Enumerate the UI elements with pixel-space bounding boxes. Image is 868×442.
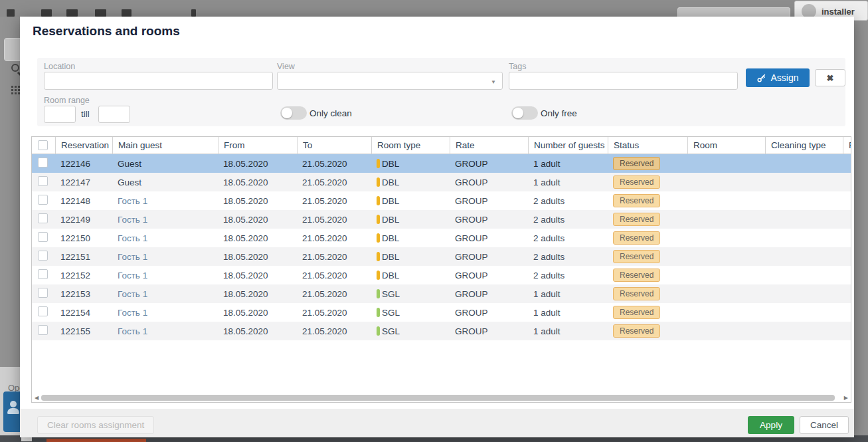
room-type-label: SGL — [382, 289, 400, 299]
table-row[interactable]: 122147Guest18.05.202021.05.2020DBLGROUP1… — [32, 173, 851, 191]
main-guest[interactable]: Гость 1 — [112, 326, 218, 336]
main-guest[interactable]: Гость 1 — [112, 271, 218, 280]
table-row[interactable]: 122152Гость 118.05.202021.05.2020DBLGROU… — [32, 266, 851, 284]
reservations-table: ReservationMain guestFromToRoom typeRate… — [31, 136, 851, 403]
date-to: 21.05.2020 — [297, 289, 371, 299]
status-badge: Reserved — [613, 287, 660, 300]
main-guest[interactable]: Гость 1 — [112, 233, 218, 243]
close-dialog-button[interactable]: ✖ — [815, 69, 845, 86]
date-to: 21.05.2020 — [297, 271, 371, 280]
room-type-marker — [377, 196, 380, 205]
row-checkbox[interactable] — [38, 158, 48, 167]
row-checkbox[interactable] — [38, 213, 48, 223]
column-header[interactable]: Main guest — [112, 137, 218, 154]
column-header[interactable]: Rate — [450, 137, 528, 154]
select-all-checkbox[interactable] — [38, 140, 48, 150]
room-type-marker — [377, 289, 380, 298]
location-input[interactable] — [44, 72, 273, 90]
status: Reserved — [608, 287, 687, 300]
number-of-guests: 1 adult — [528, 159, 608, 169]
background-menu-fragment — [66, 9, 78, 17]
rate: GROUP — [450, 196, 528, 206]
row-checkbox[interactable] — [38, 325, 48, 335]
reservation-number: 122146 — [55, 159, 112, 169]
filter-panel: Location View ▼ Tags Assign ✖ Room range… — [37, 58, 845, 126]
table-row[interactable]: 122150Гость 118.05.202021.05.2020DBLGROU… — [32, 229, 851, 247]
table-row[interactable]: 122149Гость 118.05.202021.05.2020DBLGROU… — [32, 210, 851, 229]
room-type-label: DBL — [382, 233, 399, 243]
date-from: 18.05.2020 — [218, 326, 297, 336]
main-guest[interactable]: Гость 1 — [112, 252, 218, 262]
table-row[interactable]: 122146Guest18.05.202021.05.2020DBLGROUP1… — [32, 154, 851, 173]
only-clean-toggle[interactable] — [280, 106, 307, 120]
row-checkbox[interactable] — [38, 288, 48, 298]
tags-input[interactable] — [509, 72, 738, 90]
reservation-number: 122154 — [55, 308, 112, 318]
room-range-till-input[interactable] — [98, 106, 130, 123]
main-guest[interactable]: Гость 1 — [112, 289, 218, 299]
close-icon: ✖ — [827, 73, 834, 83]
date-to: 21.05.2020 — [297, 196, 371, 206]
status: Reserved — [608, 269, 687, 282]
status: Reserved — [608, 213, 687, 226]
scroll-left-arrow[interactable]: ◀ — [35, 395, 39, 401]
room-range-from-input[interactable] — [44, 106, 76, 123]
row-checkbox[interactable] — [38, 269, 48, 279]
date-to: 21.05.2020 — [297, 233, 371, 243]
room-type: DBL — [371, 215, 450, 225]
only-free-toggle[interactable] — [511, 106, 538, 120]
column-header[interactable]: Room type — [371, 137, 450, 154]
room-range-label: Room range — [44, 96, 90, 105]
assign-button[interactable]: Assign — [746, 68, 810, 87]
table-row[interactable]: 122154Гость 118.05.202021.05.2020SGLGROU… — [32, 303, 851, 322]
reservation-number: 122151 — [55, 252, 112, 262]
column-header[interactable]: Ro — [843, 137, 851, 154]
table-row[interactable]: 122148Гость 118.05.202021.05.2020DBLGROU… — [32, 191, 851, 210]
location-label: Location — [44, 62, 75, 71]
rate: GROUP — [450, 215, 528, 225]
main-guest[interactable]: Гость 1 — [112, 215, 218, 225]
date-to: 21.05.2020 — [297, 159, 371, 169]
room-type-marker — [377, 252, 380, 261]
clear-rooms-assignment-button[interactable]: Clear rooms assignment — [37, 416, 154, 434]
room-type: SGL — [371, 289, 450, 299]
room-type: DBL — [371, 196, 450, 206]
table-row[interactable]: 122151Гость 118.05.202021.05.2020DBLGROU… — [32, 247, 851, 266]
row-checkbox[interactable] — [38, 306, 48, 316]
room-type: SGL — [371, 326, 450, 336]
main-guest[interactable]: Гость 1 — [112, 196, 218, 206]
rate: GROUP — [450, 233, 528, 243]
row-checkbox[interactable] — [38, 251, 48, 261]
column-header[interactable]: Cleaning type — [765, 137, 843, 154]
column-header[interactable]: Reservation — [55, 137, 112, 154]
column-header[interactable]: From — [218, 137, 297, 154]
cancel-button[interactable]: Cancel — [800, 416, 849, 434]
column-header[interactable]: Room — [687, 137, 765, 154]
chevron-down-icon: ▼ — [491, 79, 496, 85]
row-checkbox[interactable] — [38, 232, 48, 242]
toggle-knob — [282, 108, 292, 118]
rate: GROUP — [450, 271, 528, 280]
column-header[interactable]: To — [297, 137, 371, 154]
rate: GROUP — [450, 159, 528, 169]
date-from: 18.05.2020 — [218, 233, 297, 243]
row-checkbox[interactable] — [38, 176, 48, 186]
status: Reserved — [608, 175, 687, 189]
date-to: 21.05.2020 — [297, 177, 371, 187]
column-header[interactable]: Number of guests — [528, 137, 608, 154]
row-checkbox[interactable] — [38, 195, 48, 205]
table-row[interactable]: 122153Гость 118.05.202021.05.2020SGLGROU… — [32, 284, 851, 303]
horizontal-scrollbar[interactable] — [41, 395, 835, 401]
table-row[interactable]: 122155Гость 118.05.202021.05.2020SGLGROU… — [32, 322, 851, 340]
reservations-and-rooms-dialog: Reservations and rooms Location View ▼ T… — [20, 17, 854, 437]
column-header[interactable]: Status — [608, 137, 687, 154]
date-from: 18.05.2020 — [218, 215, 297, 225]
scroll-right-arrow[interactable]: ▶ — [844, 395, 848, 401]
apply-button[interactable]: Apply — [748, 416, 794, 434]
people-icon — [10, 401, 17, 407]
main-guest[interactable]: Гость 1 — [112, 308, 218, 318]
view-select[interactable]: ▼ — [277, 72, 503, 90]
reservation-number: 122153 — [55, 289, 112, 299]
status: Reserved — [608, 157, 687, 170]
number-of-guests: 2 adults — [528, 271, 608, 280]
